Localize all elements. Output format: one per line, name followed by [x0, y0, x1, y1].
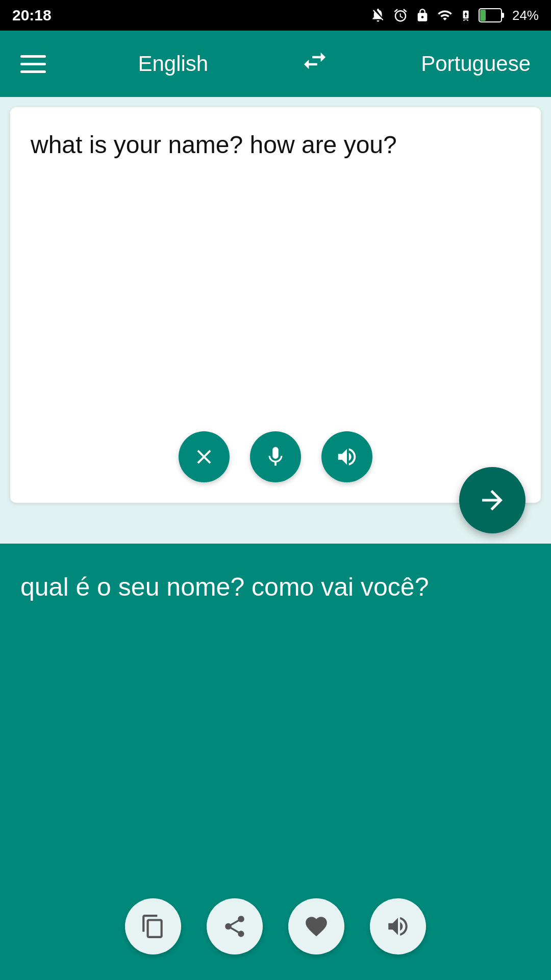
source-language-button[interactable]: English	[138, 52, 208, 76]
result-text: qual é o seu nome? como vai você?	[20, 569, 531, 888]
main-content: what is your name? how are you?	[0, 97, 551, 980]
status-bar: 20:18 24%	[0, 0, 551, 31]
status-icons: 24%	[370, 8, 539, 23]
copy-button[interactable]	[125, 898, 181, 954]
alarm-icon	[393, 8, 408, 23]
microphone-button[interactable]	[250, 431, 301, 482]
svg-rect-1	[480, 10, 486, 21]
swap-languages-button[interactable]	[300, 46, 329, 81]
battery-percent: 24%	[512, 8, 539, 23]
tts-result-button[interactable]	[370, 898, 426, 954]
speaker-source-button[interactable]	[321, 431, 372, 482]
source-text[interactable]: what is your name? how are you?	[31, 128, 520, 421]
charging-icon	[460, 8, 471, 23]
signal-icon	[437, 8, 453, 23]
result-actions	[20, 888, 531, 965]
svg-rect-2	[502, 13, 504, 18]
source-actions	[31, 421, 520, 487]
time-display: 20:18	[12, 7, 52, 24]
translate-fab-button[interactable]	[459, 467, 525, 533]
notification-muted-icon	[370, 8, 386, 23]
share-button[interactable]	[207, 898, 263, 954]
battery-icon	[479, 8, 505, 22]
menu-button[interactable]	[20, 55, 46, 73]
favorite-button[interactable]	[288, 898, 344, 954]
toolbar: English Portuguese	[0, 31, 551, 97]
source-panel: what is your name? how are you?	[10, 107, 541, 503]
clear-button[interactable]	[179, 431, 230, 482]
lock-icon	[415, 8, 430, 22]
result-panel: qual é o seu nome? como vai você?	[0, 544, 551, 980]
target-language-button[interactable]: Portuguese	[421, 52, 531, 76]
panels-wrapper: what is your name? how are you?	[0, 97, 551, 980]
